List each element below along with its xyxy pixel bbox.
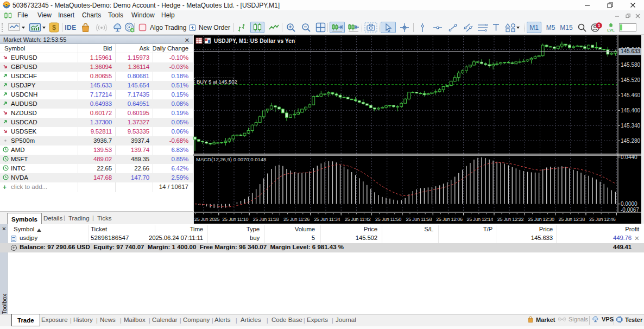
tab-articles[interactable]: Articles — [241, 317, 261, 323]
new-order-button[interactable]: New Order — [189, 22, 230, 33]
tab-exposure[interactable]: Exposure — [41, 317, 68, 323]
tab-history[interactable]: History — [73, 317, 93, 323]
market-watch-row-USDJPY[interactable]: USDJPY145.633145.6540.51% — [0, 81, 193, 90]
deposit-button[interactable]: $ — [47, 22, 60, 33]
auto-scroll-button[interactable] — [330, 22, 345, 33]
market-watch-row-USDCAD[interactable]: USDCAD1.373001.373270.05% — [0, 118, 193, 127]
market-button[interactable] — [78, 22, 92, 33]
tab-details[interactable]: Details — [43, 213, 62, 224]
bars-chart-button[interactable] — [236, 22, 249, 33]
tab-code-base[interactable]: Code Base — [272, 317, 302, 323]
menu-tools[interactable]: Tools — [108, 11, 123, 19]
zoom-out-button[interactable] — [300, 22, 313, 33]
trendline-button[interactable] — [446, 22, 460, 33]
col-ask[interactable]: Ask — [106, 45, 149, 52]
status-tester[interactable]: Tester — [616, 316, 642, 323]
tab-symbols[interactable]: Symbols — [7, 213, 42, 225]
status-signals[interactable]: Signals — [558, 316, 588, 322]
timeframe-m15-button[interactable]: M15 — [558, 22, 574, 33]
tab-ticks[interactable]: Ticks — [97, 213, 111, 224]
menu-file[interactable]: File — [17, 11, 28, 19]
menu-view[interactable]: View — [37, 11, 52, 19]
th-price[interactable]: Price — [312, 226, 377, 232]
tab-experts[interactable]: Experts — [307, 317, 328, 323]
market-watch-header[interactable]: Market Watch: 12:53:55 ✕ — [0, 35, 193, 44]
vertical-line-button[interactable] — [416, 22, 428, 33]
chart-area[interactable]: BUY 5 at 145.502USDJPY, M1: US Dollar vs… — [193, 35, 644, 224]
market-watch-row-NVDA[interactable]: NVDA147.68147.702.59% — [0, 173, 193, 182]
th-ticket[interactable]: Ticket — [91, 226, 107, 232]
tab-journal[interactable]: Journal — [336, 317, 356, 323]
community-button[interactable] — [122, 22, 137, 33]
open-position-row[interactable]: usdjpy 52696186547 2025.06.24 07:11:11 b… — [8, 235, 644, 243]
market-watch-row-SP500m[interactable]: SP500m3936.73937.4-0.68% — [0, 136, 193, 145]
tab-trading[interactable]: Trading — [68, 213, 90, 224]
tab-calendar[interactable]: Calendar — [152, 317, 178, 323]
child-close-button[interactable] — [633, 12, 642, 19]
chart-dom-icon[interactable] — [196, 38, 202, 43]
channel-button[interactable] — [461, 22, 475, 33]
market-watch-row-USDCNH[interactable]: USDCNH7.172147.174350.15% — [0, 90, 193, 99]
market-watch-row-AUDUSD[interactable]: AUDUSD0.649330.649510.08% — [0, 99, 193, 109]
expand-icon[interactable] — [11, 245, 17, 251]
th-volume[interactable]: Volume — [250, 226, 315, 232]
th-sl[interactable]: S/L — [368, 226, 433, 232]
menu-window[interactable]: Window — [131, 11, 155, 19]
th-time[interactable]: Time — [138, 226, 203, 232]
market-watch-row-GBPUSD[interactable]: GBPUSD1.360941.36114-0.03% — [0, 62, 193, 72]
menu-help[interactable]: Help — [161, 11, 175, 19]
tab-company[interactable]: Company — [183, 317, 210, 323]
close-position-icon[interactable]: ✕ — [634, 235, 640, 242]
col-bid[interactable]: Bid — [68, 45, 112, 52]
lvl-button[interactable]: LVL — [604, 22, 617, 33]
menu-insert[interactable]: Insert — [58, 11, 74, 19]
chart-shift-button[interactable] — [346, 22, 361, 33]
market-watch-add-row[interactable]: + click to add... 14 / 10617 — [0, 182, 193, 192]
market-watch-row-AMD[interactable]: AMD139.53139.746.83% — [0, 145, 193, 155]
ide-button[interactable]: IDE — [62, 22, 79, 33]
market-watch-row-USDSEK[interactable]: USDSEK9.528119.533350.06% — [0, 127, 193, 136]
menu-charts[interactable]: Charts — [82, 11, 101, 19]
th-profit[interactable]: Profit — [574, 226, 639, 232]
chart-profile-button[interactable] — [28, 22, 47, 33]
line-chart-button[interactable] — [267, 22, 280, 33]
toolbar-drag-handle[interactable] — [2, 23, 3, 32]
child-minimize-button[interactable] — [613, 12, 621, 19]
th-price-current[interactable]: Price — [488, 226, 553, 232]
candles-chart-button[interactable] — [250, 22, 264, 33]
horizontal-line-button[interactable] — [431, 22, 445, 33]
chart-symbol-icon[interactable] — [205, 38, 211, 43]
crosshair-button[interactable] — [397, 22, 412, 33]
pane-divider[interactable] — [193, 154, 644, 154]
market-watch-row-MSFT[interactable]: MSFT489.02489.350.85% — [0, 155, 193, 164]
zoom-in-button[interactable] — [285, 22, 298, 33]
status-market[interactable]: Market — [527, 316, 555, 323]
market-watch-row-NZDUSD[interactable]: NZDUSD0.601720.601950.19% — [0, 109, 193, 118]
col-symbol[interactable]: Symbol — [4, 45, 25, 52]
notifications-button[interactable]: 1 — [590, 22, 604, 33]
th-tp[interactable]: T/P — [427, 226, 493, 232]
market-watch-row-INTC[interactable]: INTC22.6522.666.42% — [0, 164, 193, 173]
status-vps[interactable]: VPS — [591, 316, 614, 322]
tab-trade[interactable]: Trade — [11, 314, 40, 326]
market-watch-close-icon[interactable]: ✕ — [185, 37, 190, 44]
col-daily-change[interactable]: Daily Change — [145, 45, 188, 52]
signals-button[interactable] — [93, 22, 110, 33]
screenshot-button[interactable] — [363, 22, 378, 33]
fibo-button[interactable] — [475, 22, 490, 33]
cursor-button[interactable] — [381, 22, 396, 33]
tab-alerts[interactable]: Alerts — [214, 317, 230, 323]
tab-mailbox[interactable]: Mailbox — [124, 317, 146, 323]
tile-windows-button[interactable] — [314, 22, 327, 33]
th-symbol[interactable]: Symbol — [14, 226, 34, 232]
search-button[interactable] — [576, 22, 589, 33]
chart-type-button[interactable] — [7, 22, 27, 33]
window-close-button[interactable] — [622, 0, 643, 10]
market-watch-row-EURUSD[interactable]: EURUSD1.159611.15973-0.10% — [0, 53, 193, 62]
timeframe-m1-button[interactable]: M1 — [527, 22, 541, 33]
timeframe-m5-button[interactable]: M5 — [544, 22, 557, 33]
algo-trading-button[interactable]: Algo Trading — [138, 22, 187, 33]
shapes-button[interactable] — [502, 22, 523, 33]
text-tool-button[interactable] — [490, 22, 501, 33]
window-minimize-button[interactable] — [577, 0, 597, 10]
